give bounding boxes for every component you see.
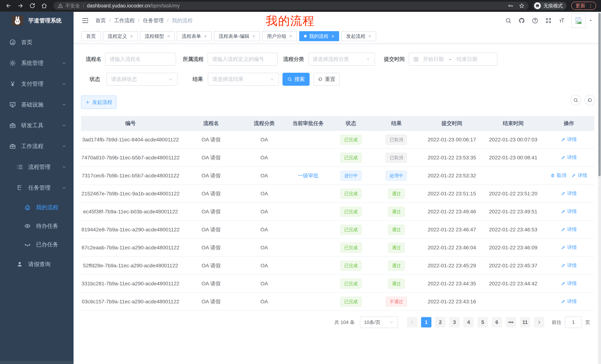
font-size-icon[interactable] [559,18,565,24]
cell-category: OA [242,275,286,293]
back-icon[interactable] [5,2,12,10]
detail-link[interactable]: 详情 [571,172,587,179]
url-bar[interactable]: 不安全 dashboard.yudao.iocoder.cn /bpm/task… [53,2,529,10]
status-select[interactable]: 请选择状态 [107,73,178,86]
sidebar-item-process-mgmt[interactable]: 流程管理 [0,157,74,177]
close-icon[interactable]: × [130,34,133,38]
create-process-button[interactable]: 发起流程 [81,96,116,109]
status-badge: 已完成 [341,279,362,289]
breadcrumb-item[interactable]: 任务管理 [143,17,164,24]
detail-link[interactable]: 详情 [561,262,577,269]
current-task-link[interactable]: 一级审批 [298,173,319,179]
cell-process-name: OA 请假 [180,257,242,275]
bookmark-star-icon[interactable] [519,3,524,9]
url-divider [83,3,84,8]
close-icon[interactable]: × [167,34,170,38]
page-size-select[interactable]: 10条/页 [360,316,398,328]
page-button[interactable]: 4 [463,317,474,327]
detail-link[interactable]: 详情 [561,208,577,215]
detail-link[interactable]: 详情 [561,298,577,305]
reload-icon[interactable] [29,2,36,10]
help-icon[interactable] [532,18,538,24]
tab-home[interactable]: 首页 [81,31,101,41]
app-logo-row[interactable]: 芋道管理系统 [0,12,74,29]
sidebar-item-todo-task[interactable]: 待办任务 [0,217,74,235]
fullscreen-icon[interactable] [545,18,551,24]
next-page-button[interactable] [534,317,544,327]
page-button[interactable]: 2 [435,317,446,327]
tab-process-form[interactable]: 流程表单× [177,31,211,41]
tab-process-definition[interactable]: 流程定义× [103,31,138,41]
browser-update-button[interactable]: 更新 [571,2,596,10]
key-icon[interactable] [508,3,513,9]
tab-user-group[interactable]: 用户分组× [262,31,297,41]
cell-process-name: OA 请假 [180,203,242,220]
detail-link[interactable]: 详情 [561,136,577,143]
submit-time-range-input[interactable]: 开始日期 - 结束日期 [409,53,497,66]
scrollbar-thumb[interactable] [598,13,601,176]
cell-current-task [286,220,330,239]
prev-page-button[interactable] [407,317,417,327]
close-icon[interactable]: × [204,34,207,38]
cancel-link[interactable]: 取消 [551,172,566,179]
header-actions [498,13,593,28]
sidebar-item-label: 已办任务 [36,241,58,249]
result-select[interactable]: 请选择流结果 [208,73,279,86]
page-button[interactable]: 3 [449,317,460,327]
detail-link[interactable]: 详情 [561,154,577,161]
search-icon[interactable] [505,18,511,24]
sidebar-item-workflow[interactable]: 工作流程 [0,136,74,157]
scrollbar[interactable] [598,12,601,364]
process-category-select[interactable]: 请选择流程分类 [308,53,375,66]
detail-link[interactable]: 详情 [561,280,577,287]
avatar[interactable] [571,13,586,28]
reset-button[interactable]: 重置 [313,73,340,86]
detail-link[interactable]: 详情 [561,190,577,197]
process-name-input[interactable]: 请输入流程名 [105,53,176,66]
table-search-toggle-button[interactable] [570,95,581,105]
sidebar-item-system[interactable]: 系统管理 [0,53,74,74]
close-icon[interactable]: × [289,34,292,38]
detail-link[interactable]: 详情 [561,244,577,251]
breadcrumb-separator: / [138,18,140,24]
page-button[interactable]: 11 [520,317,530,327]
sidebar-item-infra[interactable]: 基础设施 [0,94,74,115]
sidebar-item-payment[interactable]: 支付管理 [0,74,74,94]
close-icon[interactable]: × [252,34,255,38]
sidebar-item-done-task[interactable]: 已办任务 [0,235,74,254]
table-refresh-button[interactable] [584,95,595,105]
close-icon[interactable]: × [331,34,334,38]
result-badge: 通过 [388,243,405,253]
home-icon[interactable] [40,2,48,10]
breadcrumb-item[interactable]: 首页 [95,17,106,24]
detail-link[interactable]: 详情 [561,226,577,233]
sidebar-item-task-mgmt[interactable]: 任务管理 [0,177,74,198]
goto-page-input[interactable] [565,316,582,328]
close-icon[interactable]: × [369,34,371,38]
page-button[interactable]: 6 [492,317,502,327]
cell-category: OA [242,149,286,167]
sidebar-item-home[interactable]: 首页 [0,32,74,53]
tab-process-form-edit[interactable]: 流程表单-编辑× [214,31,260,41]
sidebar-item-label: 我的流程 [36,204,58,211]
page-button[interactable]: 1 [421,317,431,327]
search-button[interactable]: 搜索 [282,73,310,86]
tab-label: 流程定义 [108,33,127,39]
result-badge: 通过 [388,225,405,235]
more-pages-button[interactable]: ••• [506,317,516,327]
tab-my-process[interactable]: 我的流程× [299,31,339,41]
sidebar-item-leave-query[interactable]: 请假查询 [0,254,74,275]
browser-menu-icon[interactable] [588,3,593,8]
tab-process-model[interactable]: 流程模型× [140,31,175,41]
page-button[interactable]: 5 [478,317,488,327]
forward-icon[interactable] [17,2,24,10]
process-definition-input[interactable]: 请输入流程定义的编号 [208,53,278,66]
sidebar-collapse-icon[interactable] [82,17,89,24]
table-row: 03c6c157-7b9a-11ec-a290-acde48001122OA 请… [81,293,594,311]
avatar-caret-icon[interactable] [589,19,593,23]
breadcrumb-item[interactable]: 工作流程 [114,17,135,24]
github-icon[interactable] [519,18,525,24]
sidebar-item-devtools[interactable]: 研发工具 [0,115,74,136]
sidebar-item-my-process[interactable]: 我的流程 [0,198,74,217]
tab-start-process[interactable]: 发起流程× [341,31,376,41]
